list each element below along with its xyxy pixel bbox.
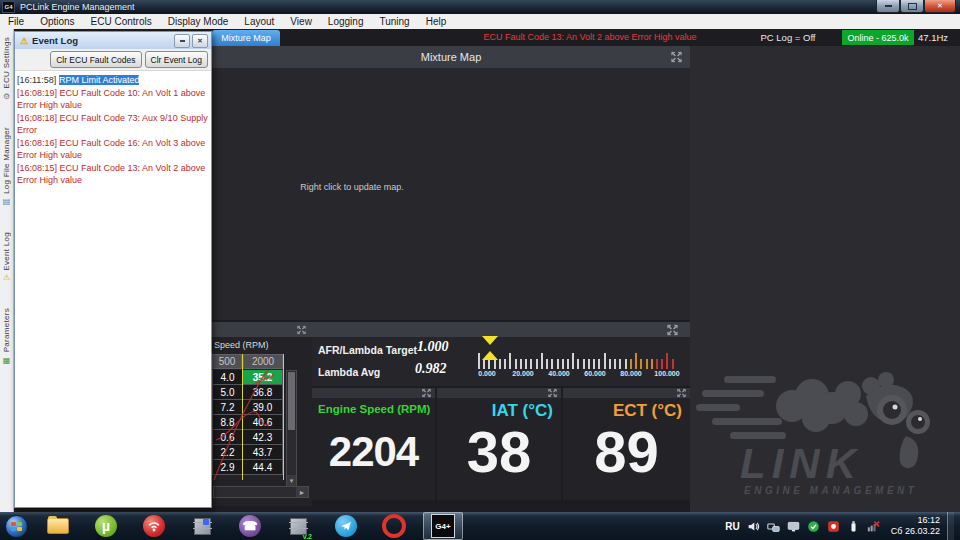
event-time: [16:11:58] <box>17 75 56 85</box>
table-col-header[interactable]: 500 <box>212 354 242 369</box>
system-tray: RU 16:12 Сб 26.0 <box>725 512 960 540</box>
network-error-icon[interactable] <box>867 520 880 533</box>
table-cell[interactable]: 5.0 <box>212 385 243 400</box>
expand-icon[interactable] <box>422 389 431 398</box>
show-desktop-button[interactable] <box>947 512 954 540</box>
table-cell[interactable]: 43.7 <box>242 445 283 460</box>
display-icon[interactable] <box>787 520 800 533</box>
scroll-down-arrow[interactable]: ▾ <box>287 475 296 486</box>
start-button[interactable] <box>5 515 28 538</box>
folder-icon <box>47 518 69 534</box>
sidebar-item-event-log[interactable]: Event Log ⚠ <box>2 232 11 283</box>
clear-ecu-fault-codes-button[interactable]: Clr ECU Fault Codes <box>50 51 141 68</box>
table-cell[interactable]: 42.3 <box>242 430 283 445</box>
table-cell[interactable]: 7.2 <box>212 400 243 415</box>
online-status-badge: Online - 625.0k <box>842 30 914 45</box>
taskbar-telegram-icon[interactable] <box>334 514 358 538</box>
list-item[interactable]: [16:08:15] ECU Fault Code 13: An Volt 2 … <box>17 162 209 186</box>
clear-event-log-button[interactable]: Clr Event Log <box>145 51 209 68</box>
window-titlebar: G4 PCLink Engine Management ✕ <box>0 0 960 14</box>
expand-icon[interactable] <box>297 325 306 334</box>
pclink-screen: G4 PCLink Engine Management ✕ File Optio… <box>0 0 960 540</box>
tick-label: 80.000 <box>613 370 649 377</box>
menu-logging[interactable]: Logging <box>320 16 372 27</box>
table-col-header[interactable]: 2000 <box>243 354 283 369</box>
tick-label: 40.000 <box>541 370 577 377</box>
table-row: 8.8 40.6 <box>212 415 284 430</box>
event-log-title: Event Log <box>32 35 78 46</box>
menu-tuning[interactable]: Tuning <box>371 16 417 27</box>
minimize-button[interactable] <box>876 0 900 13</box>
expand-icon[interactable] <box>548 389 557 398</box>
table-cell[interactable]: 4.0 <box>212 370 243 385</box>
sidebar-item-ecu-settings[interactable]: ECU Settings ⚙ <box>2 37 11 101</box>
taskbar-chip-v2-icon[interactable]: v.2 <box>286 514 310 538</box>
event-log-titlebar[interactable]: ⚠ Event Log ✕ <box>15 32 211 49</box>
lambda-panel: AFR/Lambda Target 1.000 Lambda Avg 0.982… <box>312 322 690 386</box>
menu-file[interactable]: File <box>0 16 32 27</box>
menu-help[interactable]: Help <box>418 16 455 27</box>
sidebar-item-log-file-manager[interactable]: Log File Manager ▤ <box>2 127 11 206</box>
menu-ecu-controls[interactable]: ECU Controls <box>83 16 160 27</box>
table-cell[interactable]: 2.9 <box>212 460 243 475</box>
table-cell[interactable]: 36.8 <box>242 385 283 400</box>
gauge-header <box>312 388 435 398</box>
scrollbar-thumb[interactable] <box>288 372 295 430</box>
sidebar-item-parameters[interactable]: Parameters ▦ <box>2 308 11 364</box>
side-tab-label: Event Log <box>2 232 11 271</box>
menu-layout[interactable]: Layout <box>236 16 282 27</box>
taskbar-clock[interactable]: 16:12 Сб 26.03.22 <box>891 515 940 537</box>
tick-label: 100.000 <box>649 370 685 377</box>
minimize-icon <box>885 5 892 7</box>
taskbar-explorer-icon[interactable] <box>46 514 70 538</box>
expand-icon[interactable] <box>667 324 678 335</box>
gauge-ect: ECT (°C) 89 <box>563 388 690 500</box>
menu-view[interactable]: View <box>282 16 320 27</box>
background-area: LINK ENGINE MANAGEMENT <box>690 46 960 512</box>
app-icon: G4 <box>2 1 15 13</box>
expand-icon[interactable] <box>677 389 686 398</box>
table-cell[interactable]: 44.4 <box>242 460 283 475</box>
volume-icon[interactable] <box>747 520 760 533</box>
event-log-close-button[interactable]: ✕ <box>192 34 208 48</box>
gauge-label: Engine Speed (RPM) <box>318 403 430 415</box>
network-icon[interactable] <box>767 520 780 533</box>
expand-icon[interactable] <box>671 52 682 63</box>
menu-display-mode[interactable]: Display Mode <box>160 16 237 27</box>
event-time: [16:08:16] <box>17 138 57 148</box>
menu-options[interactable]: Options <box>32 16 82 27</box>
maximize-button[interactable] <box>900 0 924 13</box>
list-item[interactable]: [16:11:58] RPM Limit Activated <box>17 74 209 86</box>
table-horizontal-scrollbar[interactable]: ► <box>213 486 309 498</box>
recorder-icon[interactable] <box>827 520 840 533</box>
list-item[interactable]: [16:08:16] ECU Fault Code 16: An Volt 3 … <box>17 137 209 161</box>
mixture-map-title: Mixture Map <box>421 51 482 63</box>
taskbar-viber-icon[interactable]: ☎ <box>238 514 262 538</box>
usb-device-icon[interactable] <box>847 520 860 533</box>
language-indicator[interactable]: RU <box>725 521 739 532</box>
scroll-right-arrow[interactable]: ► <box>296 487 308 497</box>
table-cell[interactable]: 8.8 <box>212 415 243 430</box>
taskbar-pclink-g4-active[interactable]: G4+ <box>423 512 463 540</box>
list-item[interactable]: [16:08:18] ECU Fault Code 73: Aux 9/10 S… <box>17 112 209 136</box>
table-cell[interactable]: 40.6 <box>242 415 283 430</box>
paper-plane-icon <box>335 515 357 537</box>
antivirus-icon[interactable] <box>807 520 820 533</box>
tab-mixture-map[interactable]: Mixture Map <box>212 30 280 46</box>
taskbar-hotspot-icon[interactable] <box>142 514 166 538</box>
table-vertical-scrollbar[interactable]: ▾ <box>286 370 297 487</box>
crosshair-line <box>283 354 284 480</box>
table-cell[interactable]: 2.2 <box>212 445 243 460</box>
taskbar-opera-icon[interactable] <box>382 514 406 538</box>
table-cell-selected[interactable]: 35.2 <box>242 370 283 385</box>
list-item[interactable]: [16:08:19] ECU Fault Code 10: An Volt 1 … <box>17 87 209 111</box>
taskbar-chip-programmer-icon[interactable] <box>190 514 214 538</box>
plug-icon <box>203 519 209 525</box>
event-log-minimize-button[interactable] <box>174 34 190 48</box>
clock-time: 16:12 <box>891 515 940 526</box>
table-cell[interactable]: 39.0 <box>242 400 283 415</box>
gauge-value: 2204 <box>312 428 435 476</box>
close-button[interactable]: ✕ <box>924 0 956 13</box>
table-cell[interactable]: 0.6 <box>212 430 243 445</box>
taskbar-utorrent-icon[interactable]: µ <box>94 514 118 538</box>
